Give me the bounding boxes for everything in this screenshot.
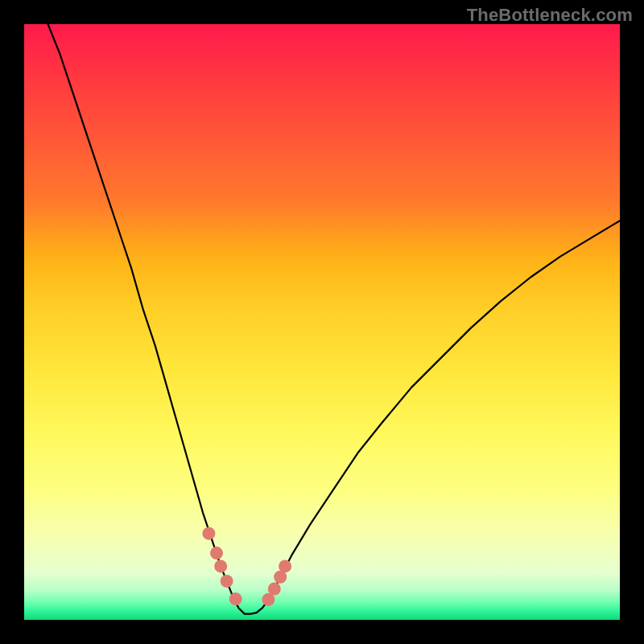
highlight-marker <box>202 527 215 540</box>
highlight-marker <box>268 583 281 596</box>
watermark: TheBottleneck.com <box>467 5 633 26</box>
highlight-marker <box>214 559 227 572</box>
highlight-marker <box>229 592 242 605</box>
highlight-marker <box>279 559 291 572</box>
marker-group <box>202 527 291 606</box>
highlight-marker <box>210 547 223 559</box>
bottleneck-curve <box>48 24 620 614</box>
plot-area <box>24 24 620 620</box>
chart-frame: TheBottleneck.com <box>0 0 644 644</box>
highlight-marker <box>221 575 233 588</box>
plot-svg <box>24 24 620 620</box>
